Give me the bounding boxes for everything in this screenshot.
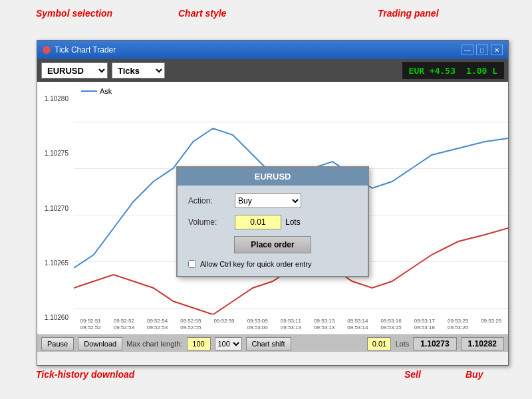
y-label-5: 1.10260	[40, 314, 71, 321]
annotation-buy: Buy	[466, 369, 483, 380]
trading-modal: EURUSD Action: Buy Sell Volume: Lots	[176, 166, 369, 277]
chart-yaxis: 1.10280 1.10275 1.10270 1.10265 1.10260	[37, 82, 74, 334]
lot-unit-label: Lots	[395, 340, 409, 348]
annotation-buy-text: Buy	[466, 369, 483, 380]
annotation-chart-style: Chart style	[178, 8, 226, 19]
y-label-4: 1.10265	[40, 259, 71, 267]
annotation-symbol-selection-text: Symbol selection	[36, 8, 112, 19]
x-label-1: 09:52:5109:52:52	[80, 318, 101, 331]
chart-shift-button[interactable]: Chart shift	[246, 337, 291, 350]
app-window: Tick Chart Trader — □ ✕ EURUSD GBPUSD US…	[37, 40, 509, 366]
toolbar: EURUSD GBPUSD USDJPY Ticks Candles Bars …	[37, 59, 508, 82]
lot-value: 1.00 L	[466, 66, 497, 76]
titlebar: Tick Chart Trader — □ ✕	[37, 41, 508, 59]
volume-input[interactable]	[235, 215, 281, 229]
x-label-4: 09:52:5509:52:55	[180, 318, 201, 331]
y-label-2: 1.10275	[40, 150, 71, 157]
ctrl-key-checkbox[interactable]	[188, 260, 196, 268]
volume-unit: Lots	[285, 217, 301, 227]
minimize-button[interactable]: —	[462, 45, 473, 55]
trading-panel-display: EUR +4.53 1.00 L	[402, 62, 504, 79]
lot-size-input[interactable]	[367, 337, 391, 350]
volume-row: Volume: Lots	[188, 215, 357, 229]
action-row: Action: Buy Sell	[188, 194, 357, 208]
x-label-13: 09:53:29	[481, 318, 501, 331]
x-label-12: 09:53:2509:53:26	[448, 318, 468, 331]
modal-header: EURUSD	[178, 168, 368, 186]
place-order-row: Place order	[188, 236, 357, 253]
pause-button[interactable]: Pause	[41, 337, 74, 350]
x-labels: 09:52:5109:52:52 09:52:5209:52:53 09:52:…	[74, 318, 508, 331]
volume-label: Volume:	[188, 217, 235, 227]
download-button[interactable]: Download	[78, 337, 122, 350]
pnl-value: EUR +4.53	[409, 66, 456, 76]
x-label-6: 09:53:0909:53:00	[247, 318, 268, 331]
annotation-tick-history: Tick-history download	[36, 369, 134, 380]
max-chart-select[interactable]: 100 200 500	[215, 337, 242, 350]
x-label-11: 09:53:1709:53:18	[414, 318, 435, 331]
checkbox-label: Allow Ctrl key for quick order entry	[200, 260, 312, 268]
max-chart-label: Max chart length:	[126, 340, 182, 348]
chart-type-select[interactable]: Ticks Candles Bars	[112, 63, 165, 78]
statusbar: Pause Download Max chart length: 100 200…	[37, 334, 508, 352]
close-button[interactable]: ✕	[491, 45, 503, 55]
modal-body: Action: Buy Sell Volume: Lots Place orde…	[178, 186, 368, 276]
x-label-2: 09:52:5209:52:53	[114, 318, 134, 331]
chart-area: Bid Ask 1.10280 1.10275 1.10270 1.10265 …	[37, 82, 508, 334]
symbol-select[interactable]: EURUSD GBPUSD USDJPY	[41, 63, 108, 78]
x-label-9: 09:53:1409:53:14	[347, 318, 368, 331]
modal-title: EURUSD	[255, 172, 291, 182]
x-label-5: 09:52:59	[213, 318, 234, 331]
max-chart-input[interactable]	[187, 337, 211, 350]
y-label-1: 1.10280	[40, 95, 71, 102]
annotation-sell-text: Sell	[404, 369, 421, 380]
chart-xaxis: 09:52:5109:52:52 09:52:5209:52:53 09:52:…	[74, 315, 508, 334]
titlebar-icon	[43, 46, 51, 54]
action-label: Action:	[188, 196, 235, 205]
place-order-button[interactable]: Place order	[234, 236, 311, 253]
checkbox-row: Allow Ctrl key for quick order entry	[188, 260, 357, 268]
x-label-8: 09:53:1309:53:13	[314, 318, 334, 331]
maximize-button[interactable]: □	[476, 45, 488, 55]
annotation-symbol-selection: Symbol selection	[36, 8, 112, 19]
titlebar-controls: — □ ✕	[462, 45, 503, 55]
buy-button[interactable]: 1.10282	[461, 337, 504, 350]
annotation-chart-style-text: Chart style	[178, 8, 226, 19]
titlebar-title: Tick Chart Trader	[55, 45, 462, 55]
x-label-10: 09:53:1609:53:15	[381, 318, 402, 331]
annotation-sell: Sell	[404, 369, 421, 380]
x-label-3: 09:52:5409:52:53	[147, 318, 168, 331]
x-label-7: 09:53:1109:53:13	[281, 318, 301, 331]
sell-button[interactable]: 1.10273	[413, 337, 456, 350]
y-label-3: 1.10270	[40, 205, 71, 212]
annotation-trading-panel: Trading panel	[378, 8, 439, 19]
action-select[interactable]: Buy Sell	[235, 194, 301, 208]
annotation-trading-panel-text: Trading panel	[378, 8, 439, 19]
annotation-tick-history-text: Tick-history download	[36, 369, 134, 380]
